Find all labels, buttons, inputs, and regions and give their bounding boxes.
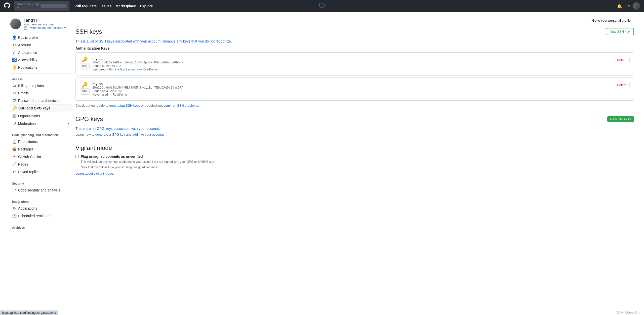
sidebar-integrations-nav: Integrations ⚙ Applications 🕐 Scheduled …	[10, 198, 71, 220]
vigilant-title: Vigilant mode	[75, 144, 634, 151]
delete-key-2-button[interactable]: Delete	[614, 82, 630, 88]
last-used-1: Last used within the last 2 months — Rea…	[93, 68, 157, 71]
avatar[interactable]	[633, 3, 640, 10]
switch-account-link[interactable]: 🔄 Switch to another account ▾	[24, 26, 66, 30]
key-icon: 🔑	[12, 106, 16, 110]
top-action-row: Go to your personal profile	[75, 17, 634, 24]
ssh-label-2: SSH	[80, 88, 90, 95]
code-security-icon: 🛡	[12, 188, 16, 192]
status-bar: https://github.com/settings/organization…	[0, 310, 58, 315]
profile-sub: Your personal account	[24, 23, 66, 26]
delete-key-1-button[interactable]: Delete	[614, 57, 630, 63]
sidebar-item-billing[interactable]: 🗂 Billing and plans	[10, 82, 71, 89]
sidebar-item-account[interactable]: ⚙ Account	[10, 41, 71, 49]
code-group-label: Code, planning, and automation	[10, 131, 71, 138]
sidebar-item-pages[interactable]: 📄 Pages	[10, 161, 71, 168]
key-meta-2: Added on 4 Sep 2022 Never used — Read/wr…	[93, 89, 611, 96]
key-sha-1: SHA256:41CeJeRLart5Ab26/xRMu2pJYYoDdsgmN…	[93, 61, 611, 64]
sidebar-divider-5	[10, 222, 71, 222]
left-panel: TangYH Your personal account 🔄 Switch to…	[10, 12, 75, 232]
key-card-1: 🔑 SSH my ssh SHA256:41CeJeRLart5Ab26/xRM…	[75, 52, 634, 75]
packages-icon: 📦	[12, 147, 16, 151]
vigilant-section: Vigilant mode Flag unsigned commits as u…	[75, 144, 634, 175]
new-ssh-key-button[interactable]: New SSH key	[606, 28, 634, 35]
sidebar-divider-1	[10, 73, 71, 73]
gpg-learn-link[interactable]: generate a GPG key and add it to your ac…	[95, 133, 164, 136]
sidebar-item-repositories[interactable]: 📋 Repositories	[10, 138, 71, 145]
bell-sidebar-icon: 🔔	[12, 65, 16, 70]
profile-info: TangYH Your personal account 🔄 Switch to…	[24, 18, 66, 30]
copilot-icon: ✈	[12, 154, 16, 159]
ssh-label-1: SSH	[80, 63, 90, 69]
ssh-title: SSH keys	[75, 28, 102, 35]
sidebar-top-nav: 👤 Public profile ⚙ Account 🖌 Appearance …	[10, 34, 71, 71]
profile-header: TangYH Your personal account 🔄 Switch to…	[10, 18, 71, 34]
key-icon-wrapper-1: 🔑 SSH	[80, 57, 90, 69]
nav-issues[interactable]: Issues	[101, 4, 112, 8]
go-profile-button[interactable]: Go to your personal profile	[589, 17, 634, 24]
sidebar-item-public-profile[interactable]: 👤 Public profile	[10, 34, 71, 41]
gpg-section-header: GPG keys New GPG key	[75, 115, 634, 123]
sidebar-item-moderation[interactable]: 🗨 Moderation ▾	[10, 120, 71, 127]
nav-explore[interactable]: Explore	[140, 4, 153, 8]
vigilant-learn-link[interactable]: Learn about vigilant mode.	[75, 172, 634, 175]
profile-name: TangYH	[24, 18, 66, 23]
sidebar-code-nav: Code, planning, and automation 📋 Reposit…	[10, 131, 71, 176]
sidebar-item-packages[interactable]: 📦 Packages	[10, 145, 71, 153]
sidebar-divider-3	[10, 178, 71, 178]
sidebar-item-copilot[interactable]: ✈ GitHub Copilot	[10, 153, 71, 161]
sidebar-item-emails[interactable]: ✉ Emails	[10, 89, 71, 97]
vigilant-checkbox[interactable]	[75, 155, 79, 158]
key-info-1: my ssh SHA256:41CeJeRLart5Ab26/xRMu2pJYY…	[93, 57, 611, 71]
sidebar-item-saved-replies[interactable]: ↩ Saved replies	[10, 168, 71, 176]
sidebar-item-code-security[interactable]: 🛡 Code security and analysis	[10, 186, 71, 194]
sidebar-item-applications[interactable]: ⚙ Applications	[10, 205, 71, 212]
gpg-learn-text: Learn how to generate a GPG key and add …	[75, 133, 634, 136]
vigilant-desc-1: This will include any commit attributed …	[81, 160, 215, 164]
auth-keys-label: Authentication Keys	[75, 46, 634, 50]
pages-icon: 📄	[12, 162, 16, 167]
nav-links: Pull requests Issues Marketplace Explore	[74, 4, 153, 8]
access-group-label: Access	[10, 75, 71, 82]
sidebar-item-appearance[interactable]: 🖌 Appearance	[10, 49, 71, 56]
center-logo-area: 🛡	[319, 2, 325, 10]
security-group-label: Security	[10, 180, 71, 186]
sidebar-archives-nav: Archives	[10, 224, 71, 230]
right-panel: Go to your personal profile SSH keys New…	[75, 12, 634, 232]
bell-icon[interactable]: 🔔	[617, 4, 622, 9]
top-navigation: Search or jump to... / Pull requests Iss…	[0, 0, 644, 12]
integrations-group-label: Integrations	[10, 198, 71, 205]
github-logo[interactable]	[4, 3, 10, 10]
email-icon: ✉	[12, 91, 16, 95]
sidebar-item-notifications[interactable]: 🔔 Notifications	[10, 64, 71, 71]
sidebar-item-scheduled-reminders[interactable]: 🕐 Scheduled reminders	[10, 212, 71, 220]
ssh-info-text: This is a list of SSH keys associated wi…	[75, 39, 634, 43]
sidebar-divider-2	[10, 129, 71, 129]
vigilant-desc-2: Note that this will include your existin…	[81, 165, 215, 170]
key-icon-wrapper-2: 🔑 SSH	[80, 82, 90, 95]
last-used-2: Never used — Read/write	[93, 93, 127, 96]
search-bar[interactable]: Search or jump to... /	[14, 1, 69, 11]
nav-pull-requests[interactable]: Pull requests	[74, 4, 97, 8]
sidebar-item-accessibility[interactable]: ♿ Accessibility	[10, 56, 71, 64]
gpg-title: GPG keys	[75, 115, 103, 123]
search-placeholder: Search or jump to...	[17, 2, 41, 10]
watermark: CSDN @Creez23...	[616, 311, 640, 314]
plus-menu[interactable]: + ▾	[625, 4, 630, 8]
clock-icon: 🕐	[12, 214, 16, 218]
sidebar-access-nav: Access 🗂 Billing and plans ✉ Emails 🛡 Pa…	[10, 75, 71, 127]
generating-ssh-link[interactable]: generating SSH keys	[109, 104, 140, 107]
sidebar-item-password[interactable]: 🛡 Password and authentication	[10, 97, 71, 104]
sidebar-item-organizations[interactable]: 🏢 Organizations	[10, 112, 71, 120]
key-info-2: my pc SHA256:vhWjJo1Mw4/HLttNDMf8Ww1zEpn…	[93, 82, 611, 96]
nav-marketplace[interactable]: Marketplace	[116, 4, 136, 8]
common-ssh-link[interactable]: common SSH problems	[164, 104, 198, 107]
repo-icon: 📋	[12, 139, 16, 144]
reply-icon: ↩	[12, 170, 16, 174]
new-gpg-key-button[interactable]: New GPG key	[607, 116, 634, 122]
apps-icon: ⚙	[12, 206, 16, 211]
check-note: Check out our guide to generating SSH ke…	[75, 104, 634, 107]
sidebar-item-ssh-gpg[interactable]: 🔑 SSH and GPG keys	[10, 104, 71, 112]
switch-icon: 🔄	[24, 26, 27, 30]
sidebar-divider-4	[10, 196, 71, 196]
